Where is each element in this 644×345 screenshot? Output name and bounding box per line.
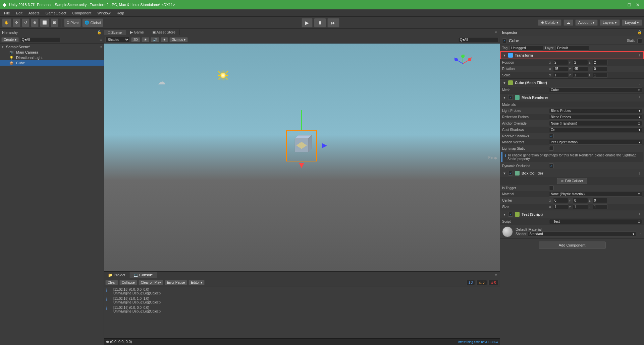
test-script-active[interactable] <box>508 212 513 217</box>
pos-y[interactable] <box>573 60 588 65</box>
tool-transform[interactable]: ⊞ <box>51 18 58 27</box>
box-collider-header[interactable]: ▼ Box Collider ⋮ <box>500 169 644 177</box>
size-z[interactable] <box>593 204 608 209</box>
is-trigger-checkbox[interactable] <box>549 186 554 190</box>
tool-rect[interactable]: ⬜ <box>40 18 49 27</box>
test-script-more[interactable]: ⋮ <box>638 213 641 216</box>
rot-z[interactable] <box>593 66 608 71</box>
add-component-btn[interactable]: Add Component <box>539 242 606 249</box>
lighting-btn[interactable]: ☀ <box>142 37 149 42</box>
center-z[interactable] <box>593 198 608 203</box>
scale-z[interactable] <box>593 73 608 78</box>
2d-btn[interactable]: 2D <box>131 37 140 42</box>
scene-search[interactable] <box>458 37 498 42</box>
motion-vectors-dropdown[interactable]: Per Object Motion ▾ <box>549 140 642 145</box>
console-row-2[interactable]: ℹ [11:02:16] (0.0, 0.0, 0.0) UnityEngine… <box>104 305 500 314</box>
scene-cube-container[interactable] <box>286 130 317 161</box>
tool-hand[interactable]: ✋ <box>2 18 11 27</box>
tool-scale[interactable]: ⊕ <box>31 18 39 27</box>
inspector-lock[interactable]: 🔒 <box>637 30 642 34</box>
material-more[interactable]: ⋮ <box>639 230 642 234</box>
mesh-filter-header[interactable]: ▼ Cube (Mesh Filter) ⋮ <box>500 79 644 87</box>
fx-btn[interactable]: ✦ <box>161 37 168 42</box>
scale-y[interactable] <box>573 73 588 78</box>
tab-project[interactable]: 📁 Project <box>104 272 129 278</box>
script-value-dropdown[interactable]: = Test ⊙ <box>549 219 642 224</box>
edit-collider-btn[interactable]: ✏ Edit Collider <box>557 178 588 184</box>
clear-btn[interactable]: Clear <box>105 280 118 285</box>
pos-x[interactable] <box>553 60 568 65</box>
mesh-renderer-active[interactable] <box>508 95 513 100</box>
menu-gameobject[interactable]: GameObject <box>43 10 69 16</box>
step-btn[interactable]: ⏭ <box>327 18 339 27</box>
editor-btn[interactable]: Editor ▾ <box>189 280 205 285</box>
static-checkbox[interactable] <box>637 39 642 43</box>
object-active-checkbox[interactable] <box>502 39 507 43</box>
layer-dropdown[interactable]: Default <box>555 46 589 51</box>
rot-y[interactable] <box>573 66 588 71</box>
center-x[interactable] <box>553 198 568 203</box>
size-y[interactable] <box>573 204 588 209</box>
shading-mode-select[interactable]: Shaded Wireframe <box>105 37 130 43</box>
menu-edit[interactable]: Edit <box>13 10 25 16</box>
mesh-renderer-more[interactable]: ⋮ <box>638 96 641 99</box>
tag-dropdown[interactable]: Untagged <box>509 46 543 51</box>
rot-x[interactable] <box>553 66 568 71</box>
scene-view[interactable]: ☁ <box>104 44 500 271</box>
mesh-renderer-header[interactable]: ▼ Mesh Renderer ⋮ <box>500 93 644 101</box>
tool-move[interactable]: ✛ <box>13 18 20 27</box>
menu-help[interactable]: Help <box>114 10 127 16</box>
shader-dropdown[interactable]: Standard ▾ <box>528 231 636 236</box>
minimize-btn[interactable]: ─ <box>617 2 624 7</box>
bottom-tabs-more[interactable]: ▾ <box>495 273 500 277</box>
mesh-value-dropdown[interactable]: Cube ⊙ <box>549 87 642 92</box>
menu-assets[interactable]: Assets <box>26 10 42 16</box>
tab-game[interactable]: ▶ Game <box>126 29 148 35</box>
object-name[interactable]: Cube <box>509 38 625 43</box>
hierarchy-lock[interactable]: 🔒 <box>97 30 102 34</box>
menu-file[interactable]: File <box>1 10 13 16</box>
hier-item-main-camera[interactable]: 📷 Main Camera <box>0 50 104 55</box>
cloud-btn[interactable]: ☁ <box>564 19 573 26</box>
transform-more[interactable]: ⋮ <box>638 54 641 57</box>
gizmos-btn[interactable]: Gizmos ▾ <box>169 37 188 42</box>
scene-tabs-more[interactable]: ▾ <box>495 30 500 34</box>
center-y[interactable] <box>573 198 588 203</box>
clear-on-play-btn[interactable]: Clear on Play <box>139 280 163 285</box>
mesh-filter-more[interactable]: ⋮ <box>638 81 641 85</box>
menu-window[interactable]: Window <box>95 10 113 16</box>
pos-z[interactable] <box>593 60 608 65</box>
hier-item-samplescene[interactable]: ▼ SampleScene* ≡ <box>0 44 104 50</box>
collider-material-dropdown[interactable]: None (Physic Material) ⊙ <box>549 192 642 197</box>
hier-item-cube[interactable]: 📦 Cube <box>0 60 104 66</box>
account-btn[interactable]: Account ▾ <box>575 19 598 26</box>
pause-btn[interactable]: ⏸ <box>314 18 326 27</box>
hier-item-directional-light[interactable]: 💡 Directional Light <box>0 55 104 60</box>
box-collider-more[interactable]: ⋮ <box>638 171 641 175</box>
tab-console[interactable]: 💻 Console <box>129 272 157 278</box>
audio-btn[interactable]: 🔊 <box>151 37 159 42</box>
lightmap-static-checkbox[interactable] <box>549 146 554 151</box>
transform-header[interactable]: ▼ Transform ⋮ <box>500 51 644 59</box>
tool-rotate[interactable]: ↺ <box>22 18 30 27</box>
box-collider-active[interactable] <box>508 171 513 176</box>
hierarchy-collapse-icon[interactable]: ≡ <box>100 37 102 43</box>
collab-btn[interactable]: ⊕ Collab ▾ <box>538 19 561 26</box>
reflection-probes-dropdown[interactable]: Blend Probes ▾ <box>549 115 642 120</box>
layers-btn[interactable]: Layers ▾ <box>600 19 620 26</box>
hierarchy-search[interactable] <box>20 37 60 42</box>
test-script-header[interactable]: ▼ Test (Script) ⋮ <box>500 210 644 218</box>
size-x[interactable] <box>553 204 568 209</box>
hierarchy-create-btn[interactable]: Create ▾ <box>1 37 19 42</box>
pivot-btn[interactable]: ⊙ Pivot <box>64 18 81 27</box>
tab-asset-store[interactable]: ▣ Asset Store <box>148 29 180 35</box>
console-row-0[interactable]: ℹ [11:02:16] (0.0, 0.0, 0.0) UnityEngine… <box>104 287 500 296</box>
light-probes-dropdown[interactable]: Blend Probes ▾ <box>549 108 642 113</box>
receive-shadows-checkbox[interactable] <box>549 134 554 138</box>
cast-shadows-dropdown[interactable]: On ▾ <box>549 127 642 132</box>
error-pause-btn[interactable]: Error Pause <box>165 280 187 285</box>
collapse-btn[interactable]: Collapse <box>119 280 137 285</box>
maximize-btn[interactable]: □ <box>626 2 633 7</box>
dynamic-occluded-checkbox[interactable] <box>549 163 554 168</box>
layout-btn[interactable]: Layout ▾ <box>622 19 642 26</box>
